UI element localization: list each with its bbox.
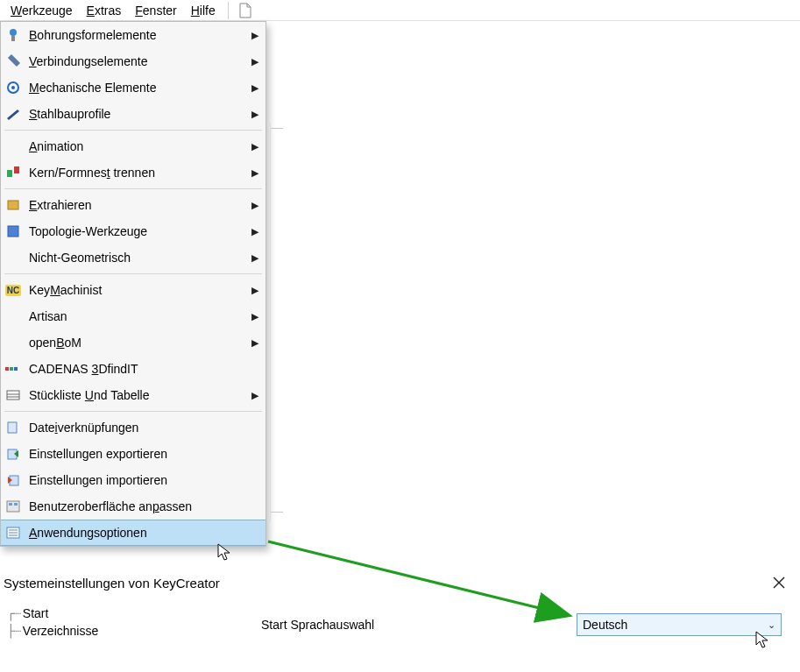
new-document-icon[interactable] xyxy=(237,3,253,18)
menu-item-artisan[interactable]: Artisan ▶ xyxy=(1,303,265,329)
gear-icon xyxy=(4,79,22,96)
field-label-sprachauswahl: Start Sprachauswahl xyxy=(261,618,577,632)
svg-rect-18 xyxy=(9,503,12,506)
menu-item-label: KeyMachinist xyxy=(29,283,246,297)
svg-rect-7 xyxy=(8,226,18,237)
menu-item-label: Animation xyxy=(29,139,246,153)
svg-rect-11 xyxy=(7,391,19,400)
svg-rect-10 xyxy=(14,367,18,371)
export-icon xyxy=(4,445,22,463)
system-settings-dialog: Systemeinstellungen von KeyCreator ┌┈Sta… xyxy=(2,569,796,643)
menu-item-einstellungen-exportieren[interactable]: Einstellungen exportieren xyxy=(1,441,265,467)
menu-item-label: Topologie-Werkzeuge xyxy=(29,224,246,238)
menu-separator xyxy=(4,188,262,189)
svg-rect-8 xyxy=(5,367,9,371)
ui-icon xyxy=(4,498,22,515)
menu-item-label: Dateiverknüpfungen xyxy=(29,421,258,435)
svg-rect-9 xyxy=(10,367,13,371)
screw-icon xyxy=(4,53,22,70)
menu-item-label: Kern/Formnest trennen xyxy=(29,166,246,180)
menu-item-keymachinist[interactable]: NC KeyMachinist ▶ xyxy=(1,277,265,303)
menu-item-animation[interactable]: Animation ▶ xyxy=(1,133,265,159)
cadenas-icon xyxy=(4,360,22,378)
menu-item-label: Benutzeroberfläche anpassen xyxy=(29,499,258,513)
menu-item-topologie[interactable]: Topologie-Werkzeuge ▶ xyxy=(1,218,265,244)
menu-item-stahlbauprofile[interactable]: Stahlbauprofile ▶ xyxy=(1,101,265,127)
close-icon xyxy=(773,577,785,589)
submenu-arrow-icon: ▶ xyxy=(251,252,258,264)
submenu-arrow-icon: ▶ xyxy=(251,390,258,401)
bom-icon xyxy=(4,386,22,404)
nc-icon: NC xyxy=(4,281,22,299)
blank-icon xyxy=(4,138,22,155)
menubar-item-hilfe[interactable]: Hilfe xyxy=(184,2,223,19)
menu-item-label: CADENAS 3DfindIT xyxy=(29,362,258,376)
tree-item-verzeichnisse[interactable]: ├┈Verzeichnisse xyxy=(7,622,251,640)
tree-item-label: Start xyxy=(23,606,49,620)
menu-item-einstellungen-importieren[interactable]: Einstellungen importieren xyxy=(1,467,265,493)
menu-item-bohrungsformelemente[interactable]: Bohrungsformelemente ▶ xyxy=(1,22,265,48)
tree-item-start[interactable]: ┌┈Start xyxy=(7,605,251,622)
blank-icon xyxy=(4,334,22,351)
menu-item-label: Artisan xyxy=(29,309,246,323)
menu-item-mechanische-elemente[interactable]: Mechanische Elemente ▶ xyxy=(1,74,265,101)
menu-item-benutzeroberflaeche-anpassen[interactable]: Benutzeroberfläche anpassen xyxy=(1,493,265,520)
submenu-arrow-icon: ▶ xyxy=(251,167,258,179)
submenu-arrow-icon: ▶ xyxy=(251,109,258,120)
svg-rect-19 xyxy=(14,503,18,506)
language-combobox[interactable]: Deutsch ⌄ xyxy=(577,613,782,636)
submenu-arrow-icon: ▶ xyxy=(251,56,258,67)
menu-item-kern-formnest[interactable]: Kern/Formnest trennen ▶ xyxy=(1,159,265,186)
svg-rect-17 xyxy=(7,501,19,512)
background-panel-edge xyxy=(270,123,282,522)
menu-item-label: openBoM xyxy=(29,336,246,350)
menu-item-label: Anwendungsoptionen xyxy=(29,526,258,540)
menu-item-label: Bohrungsformelemente xyxy=(29,28,246,42)
submenu-arrow-icon: ▶ xyxy=(251,82,258,94)
menu-item-dateiverknuepfungen[interactable]: Dateiverknüpfungen xyxy=(1,414,265,441)
submenu-arrow-icon: ▶ xyxy=(251,30,258,41)
drill-icon xyxy=(4,26,22,44)
import-icon xyxy=(4,471,22,489)
menu-item-label: Einstellungen importieren xyxy=(29,473,258,487)
menubar-item-fenster[interactable]: Fenster xyxy=(128,2,183,19)
blank-icon xyxy=(4,249,22,266)
svg-rect-5 xyxy=(14,166,19,173)
options-icon xyxy=(4,524,22,541)
menu-item-label: Verbindungselemente xyxy=(29,54,246,68)
submenu-arrow-icon: ▶ xyxy=(251,200,258,211)
dialog-title: Systemeinstellungen von KeyCreator xyxy=(4,576,769,591)
settings-tree: ┌┈Start ├┈Verzeichnisse xyxy=(2,601,256,643)
menu-item-nicht-geometrisch[interactable]: Nicht-Geometrisch ▶ xyxy=(1,244,265,271)
menu-item-anwendungsoptionen[interactable]: Anwendungsoptionen xyxy=(1,520,265,546)
menu-separator xyxy=(4,411,262,412)
submenu-arrow-icon: ▶ xyxy=(251,226,258,237)
menu-separator xyxy=(4,130,262,131)
menu-item-label: Stahlbauprofile xyxy=(29,107,246,121)
submenu-arrow-icon: ▶ xyxy=(251,337,258,349)
dialog-close-button[interactable] xyxy=(769,573,789,592)
tree-item-label: Verzeichnisse xyxy=(23,624,98,638)
menu-item-extrahieren[interactable]: Extrahieren ▶ xyxy=(1,192,265,218)
svg-rect-4 xyxy=(7,170,12,177)
menu-item-openbom[interactable]: openBoM ▶ xyxy=(1,329,265,356)
svg-rect-6 xyxy=(8,201,18,209)
menubar: Werkzeuge Extras Fenster Hilfe xyxy=(0,0,800,21)
menu-item-label: Nicht-Geometrisch xyxy=(29,251,246,265)
menu-separator xyxy=(4,273,262,274)
menu-item-verbindungselemente[interactable]: Verbindungselemente ▶ xyxy=(1,48,265,74)
menubar-item-extras[interactable]: Extras xyxy=(80,2,129,19)
menu-item-label: Mechanische Elemente xyxy=(29,81,246,95)
topo-icon xyxy=(4,223,22,240)
blank-icon xyxy=(4,308,22,325)
submenu-arrow-icon: ▶ xyxy=(251,141,258,152)
werkzeuge-dropdown: Bohrungsformelemente ▶ Verbindungselemen… xyxy=(0,21,266,547)
link-icon xyxy=(4,419,22,436)
toolbar-separator xyxy=(228,2,229,19)
submenu-arrow-icon: ▶ xyxy=(251,311,258,322)
menu-item-stueckliste[interactable]: Stückliste Und Tabelle ▶ xyxy=(1,382,265,408)
menu-item-label: Extrahieren xyxy=(29,198,246,212)
menubar-item-werkzeuge[interactable]: Werkzeuge xyxy=(4,2,80,19)
chevron-down-icon: ⌄ xyxy=(768,619,775,631)
menu-item-cadenas[interactable]: CADENAS 3DfindIT xyxy=(1,356,265,382)
